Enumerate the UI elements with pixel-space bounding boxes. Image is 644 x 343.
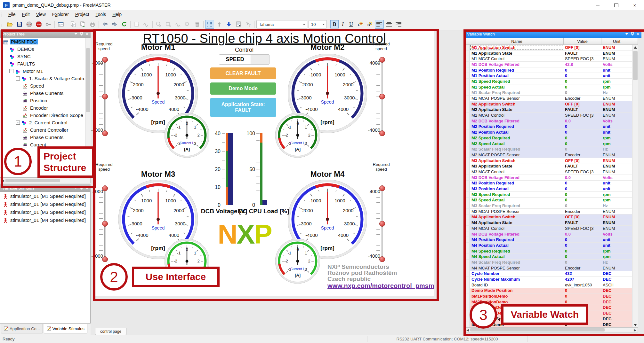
watch-value[interactable]: 0 — [563, 248, 601, 254]
watch-value[interactable]: Encoder — [563, 209, 601, 214]
tree-item-position[interactable]: Position — [0, 97, 90, 104]
item-x-icon[interactable] — [154, 20, 163, 29]
watch-row-m1-mcat-control[interactable]: M1 MCAT ControlSPEED FOC [3ENUM — [465, 56, 632, 62]
watch-value[interactable]: 0.0 — [563, 175, 601, 180]
watch-horizontal-scrollbar[interactable]: ◀ ▶ — [465, 327, 638, 332]
row-selector[interactable] — [465, 271, 470, 277]
tree-item-faults[interactable]: FAULTS — [0, 60, 90, 67]
watch-row-m4-position-required[interactable]: M4 Position Required0unit — [465, 237, 632, 243]
back-color-icon[interactable]: B — [365, 20, 374, 29]
row-selector[interactable] — [465, 293, 470, 299]
stimulus-item[interactable]: stimulator_01 [M3 Speed Required] — [0, 208, 90, 216]
whats-this-icon[interactable]: ? — [244, 20, 253, 29]
motor-m4-required-speed-slider[interactable]: 4000-4000 — [370, 185, 390, 262]
row-selector[interactable] — [465, 322, 470, 327]
grid-icon[interactable] — [205, 20, 214, 29]
watch-row-m2-application-switch[interactable]: M2 Application SwitchOFF [0]ENUM — [465, 101, 632, 107]
watch-row-m2-speed-actual[interactable]: M2 Speed Actual0rpm — [465, 141, 632, 147]
row-selector[interactable] — [465, 73, 470, 78]
watch-row-m3-dcb-voltage-filtered[interactable]: M3 DCB Voltage Filtered0.0Volts — [465, 175, 632, 181]
scroll-up-icon[interactable] — [634, 46, 637, 49]
copy-icon[interactable] — [69, 20, 78, 29]
slider-top-handle[interactable] — [379, 57, 385, 63]
chevron-down-icon[interactable] — [74, 33, 77, 35]
slider-value-handle[interactable] — [102, 221, 108, 227]
watch-row-m1-speed-required[interactable]: M1 Speed Required0rpm — [465, 79, 632, 84]
collapse-icon[interactable]: − — [9, 69, 13, 73]
tree-item-demos[interactable]: DEMOs — [0, 45, 90, 53]
row-selector[interactable] — [465, 158, 470, 163]
row-selector[interactable] — [465, 265, 470, 271]
watch-row-cycle-number[interactable]: Cycle Number432DEC — [465, 271, 632, 277]
row-selector[interactable] — [465, 237, 470, 242]
row-selector[interactable] — [465, 118, 470, 124]
slider-bottom-handle[interactable] — [379, 256, 385, 262]
key-icon[interactable] — [44, 20, 53, 29]
font-color-icon[interactable]: F — [356, 20, 365, 29]
row-selector[interactable] — [465, 181, 470, 186]
watch-value[interactable]: 0 — [563, 79, 601, 84]
watch-value[interactable]: 0.0 — [563, 231, 601, 237]
row-selector[interactable] — [465, 220, 470, 225]
align-center-button[interactable] — [384, 20, 393, 29]
refresh-icon[interactable] — [120, 20, 129, 29]
watch-value[interactable]: 0 — [563, 90, 601, 96]
menu-project[interactable]: Project — [72, 11, 93, 18]
item-x2-icon[interactable] — [164, 20, 173, 29]
forward-icon[interactable] — [110, 20, 119, 29]
tree-item-encoder[interactable]: Encoder — [0, 104, 90, 112]
row-selector[interactable] — [465, 288, 470, 293]
menu-help[interactable]: Help — [109, 11, 125, 18]
watch-column-value[interactable]: Value — [564, 38, 601, 44]
page-tab-control-page[interactable]: control page — [95, 328, 126, 335]
row-selector[interactable] — [465, 209, 470, 214]
watch-value[interactable]: 42.8 — [563, 62, 601, 67]
underline-button[interactable]: U — [347, 20, 355, 28]
watch-row-m2-position-actual[interactable]: M2 Position Actual0unit — [465, 129, 632, 135]
motor-m1-required-speed-slider[interactable]: 4000-4000 — [93, 57, 113, 136]
row-selector[interactable] — [465, 260, 470, 265]
watch-value[interactable]: SPEED FOC [3 — [563, 226, 601, 231]
slider-top-handle[interactable] — [102, 57, 108, 63]
watch-row-m3-position-actual[interactable]: M3 Position Actual0unit — [465, 186, 632, 192]
watch-row-m3-scalar-freq-required[interactable]: M3 Scalar Freq Required0Hz — [465, 203, 632, 209]
watch-value[interactable]: Encoder — [563, 96, 601, 101]
item-x3-icon[interactable] — [173, 20, 182, 29]
font-name-select[interactable]: Tahoma — [256, 20, 307, 28]
demo-mode-button[interactable]: Demo Mode — [210, 82, 276, 95]
watch-value[interactable]: 0 — [563, 203, 601, 208]
slider-value-handle[interactable] — [379, 94, 385, 99]
watch-value[interactable]: 0 — [563, 181, 601, 186]
row-selector[interactable] — [465, 51, 470, 56]
clear-fault-button[interactable]: CLEAR FAULT — [210, 67, 276, 79]
slider-top-handle[interactable] — [102, 185, 108, 191]
tree-horizontal-scrollbar[interactable]: ◀ — [0, 178, 91, 183]
watch-value[interactable]: FAULT — [563, 220, 601, 225]
watch-row-m1-dcb-voltage-filtered[interactable]: M1 DCB Voltage Filtered42.8Volts — [465, 62, 632, 67]
watch-value[interactable]: 0.0 — [563, 118, 601, 124]
row-selector[interactable] — [465, 310, 470, 316]
watch-row-m2-application-state[interactable]: M2 Application StateFAULTENUM — [465, 107, 632, 113]
tree-item-phase-currents[interactable]: Phase Currents — [0, 90, 90, 97]
row-selector[interactable] — [465, 186, 470, 191]
mode-toggle[interactable]: SPEED — [219, 54, 270, 65]
menu-file[interactable]: File — [5, 11, 19, 18]
watch-value[interactable]: SPEED FOC [3 — [563, 113, 601, 118]
item-x4-icon[interactable] — [183, 20, 192, 29]
watch-value[interactable]: FAULT — [563, 163, 601, 169]
italic-button[interactable]: I — [339, 20, 347, 28]
slider-bottom-handle[interactable] — [102, 130, 108, 136]
row-selector[interactable] — [465, 231, 470, 237]
tree-item-1-scalar-voltage-control[interactable]: −1. Scalar & Voltage Control — [0, 75, 90, 82]
watch-row-m2-position-required[interactable]: M2 Position Required0unit — [465, 124, 632, 130]
slider-bottom-handle[interactable] — [102, 256, 108, 262]
nxp-link[interactable]: www.nxp.com/motorcontrol_pmsm — [327, 283, 433, 289]
row-selector[interactable] — [465, 90, 470, 96]
watch-column-name[interactable]: Name — [470, 38, 564, 44]
watch-value[interactable]: OFF [0] — [563, 158, 601, 163]
motor-m2-required-speed-slider[interactable]: 4000-4000 — [370, 57, 390, 136]
chevron-down-icon[interactable] — [625, 33, 628, 35]
open-icon[interactable] — [5, 20, 14, 29]
watch-row-m4-position-actual[interactable]: M4 Position Actual0unit — [465, 243, 632, 248]
row-selector[interactable] — [465, 192, 470, 197]
